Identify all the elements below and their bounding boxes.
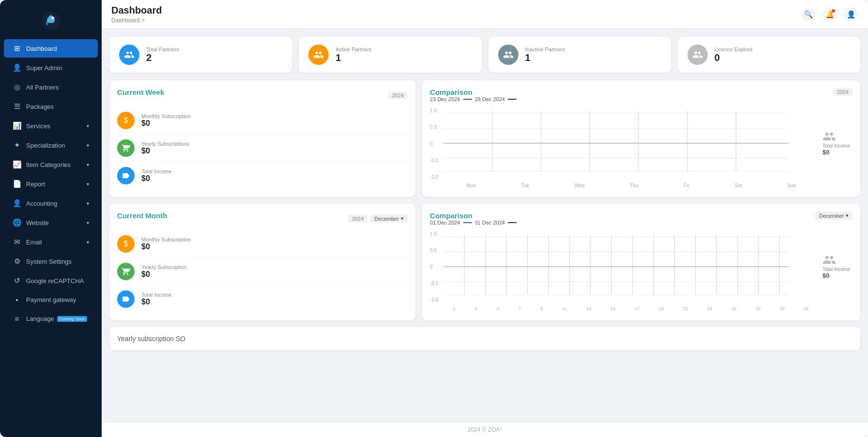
comparison-month-panel: Comparison 01 Dec 2024 31 Dec 2024 Decem… bbox=[422, 204, 860, 320]
sidebar-item-website[interactable]: 🌐 Website ▾ bbox=[4, 213, 98, 232]
stats-row: Total Partners 2 Active Partners 1 Ina bbox=[109, 37, 860, 73]
recaptcha-icon: ↺ bbox=[13, 276, 21, 285]
metric-info: Yearly Subscription $0 bbox=[141, 264, 187, 279]
income-icon bbox=[117, 290, 135, 308]
sidebar-item-payment-gateway[interactable]: ▪ Payment gateway bbox=[4, 291, 98, 309]
total-partners-icon bbox=[119, 45, 139, 65]
sidebar-item-email[interactable]: ✉ Email ▾ bbox=[4, 233, 98, 251]
accounting-icon: 👤 bbox=[13, 199, 21, 208]
sidebar-item-specialization[interactable]: ✦ Specialization ▾ bbox=[4, 136, 98, 154]
x-axis-labels-week: Mon Tue Wed Thu Fri Sat Sun bbox=[443, 183, 819, 188]
current-week-title: Current Week bbox=[117, 88, 164, 96]
x-axis-labels-month: 1 3 5 7 9 11 13 15 17 19 21 23 2 bbox=[443, 306, 819, 311]
chart-month-header: Comparison 01 Dec 2024 31 Dec 2024 Decem… bbox=[430, 211, 853, 226]
chevron-down-icon: ▾ bbox=[87, 181, 89, 187]
comparison-week-panel: Comparison 23 Dec 2024 29 Dec 2024 2024 … bbox=[422, 80, 860, 197]
sidebar-item-label: Website bbox=[26, 219, 49, 226]
total-income-month-value: $0 bbox=[822, 272, 829, 279]
breadcrumb: Dashboard > bbox=[111, 17, 162, 24]
licence-expired-icon bbox=[687, 45, 708, 65]
super-admin-icon: 👤 bbox=[13, 63, 21, 72]
stat-label: Inactive Partners bbox=[525, 46, 565, 52]
sidebar-item-label: Google reCAPTCHA bbox=[26, 277, 84, 285]
sidebar-item-label: Payment gateway bbox=[26, 296, 76, 303]
monthly-monthly-sub: $ Monthly Subscription $0 bbox=[117, 230, 408, 258]
user-icon: 👤 bbox=[847, 10, 856, 19]
sidebar-item-label: All Partners bbox=[26, 84, 59, 91]
chevron-down-icon: ▾ bbox=[87, 123, 89, 129]
metric-value: $0 bbox=[141, 298, 171, 306]
comparison-month-selector[interactable]: December ▾ bbox=[815, 211, 853, 220]
main-content: Dashboard Dashboard > 🔍 🔔 👤 bbox=[102, 0, 868, 437]
sidebar-item-language[interactable]: ≡ Language Coming Soon bbox=[4, 310, 98, 328]
notification-button[interactable]: 🔔 bbox=[822, 7, 837, 22]
search-button[interactable]: 🔍 bbox=[801, 7, 816, 22]
payment-icon: ▪ bbox=[13, 296, 21, 304]
partners-icon: ◎ bbox=[13, 83, 21, 91]
sidebar-item-super-admin[interactable]: 👤 Super Admin bbox=[4, 59, 98, 77]
sidebar-item-label: System Settings bbox=[26, 258, 72, 265]
sidebar-item-item-categories[interactable]: 📈 Item Categories ▾ bbox=[4, 155, 98, 174]
footer: 2024 © ZOA* bbox=[102, 422, 868, 437]
month-row: Current Month 2024 December ▾ $ Monthly … bbox=[109, 204, 860, 320]
month-selector[interactable]: December ▾ bbox=[370, 214, 408, 223]
total-income-side-value: $0 bbox=[822, 149, 829, 156]
stat-value: 2 bbox=[146, 52, 179, 63]
chart-month-svg-container: 1 3 5 7 9 11 13 15 17 19 21 23 2 bbox=[443, 229, 819, 311]
sidebar-item-accounting[interactable]: 👤 Accounting ▾ bbox=[4, 194, 98, 212]
metric-value: $0 bbox=[141, 174, 171, 183]
page-title: Dashboard bbox=[111, 5, 162, 16]
metric-label: Total Income bbox=[141, 292, 171, 298]
cart-icon bbox=[117, 139, 135, 157]
metric-info: Yearly Subscriptions $0 bbox=[141, 141, 189, 155]
dropdown-arrow-icon: ▾ bbox=[401, 215, 404, 222]
month-date-to: 31 Dec 2024 bbox=[475, 220, 505, 226]
sidebar-item-report[interactable]: 📄 Report ▾ bbox=[4, 175, 98, 193]
month-year-badge: 2024 bbox=[348, 215, 367, 223]
sidebar-item-packages[interactable]: ☰ Packages bbox=[4, 97, 98, 116]
metric-info: Monthly Subscription $0 bbox=[141, 113, 191, 128]
bottom-section: Yearly subscription SO bbox=[109, 327, 860, 350]
sidebar-item-label: Email bbox=[26, 239, 42, 246]
sidebar-item-system-settings[interactable]: ⚙ System Settings bbox=[4, 252, 98, 271]
specialization-icon: ✦ bbox=[13, 141, 21, 150]
active-partners-icon bbox=[308, 45, 329, 65]
sidebar-item-label: Accounting bbox=[26, 200, 57, 207]
dashboard-icon: ⊞ bbox=[13, 44, 21, 53]
settings-icon: ⚙ bbox=[13, 257, 21, 266]
user-menu-button[interactable]: 👤 bbox=[844, 7, 858, 22]
topbar: Dashboard Dashboard > 🔍 🔔 👤 bbox=[102, 0, 868, 29]
sidebar-item-services[interactable]: 📊 Services ▾ bbox=[4, 117, 98, 135]
sidebar-item-google-recaptcha[interactable]: ↺ Google reCAPTCHA bbox=[4, 271, 98, 290]
month-date-from: 01 Dec 2024 bbox=[430, 220, 460, 226]
date-to: 29 Dec 2024 bbox=[475, 96, 505, 102]
weekly-monthly-sub: $ Monthly Subscription $0 bbox=[117, 107, 408, 135]
metric-label: Yearly Subscriptions bbox=[141, 141, 189, 147]
footer-text: 2024 © ZOA* bbox=[468, 426, 503, 433]
coming-soon-badge: Coming Soon bbox=[57, 316, 88, 322]
metric-value: $0 bbox=[141, 147, 189, 155]
stat-value: 0 bbox=[715, 52, 752, 63]
stat-info: Total Partners 2 bbox=[146, 46, 179, 63]
comparison-month-title: Comparison bbox=[430, 211, 517, 220]
cart-icon bbox=[117, 263, 135, 280]
income-icon bbox=[117, 167, 135, 184]
sidebar-item-label: Language bbox=[26, 315, 54, 322]
dollar-icon: $ bbox=[117, 235, 135, 253]
sidebar-item-label: Services bbox=[26, 122, 50, 130]
week-date-range: 23 Dec 2024 29 Dec 2024 bbox=[430, 96, 517, 102]
income-month-side-icon bbox=[822, 253, 836, 267]
search-icon: 🔍 bbox=[804, 10, 813, 19]
chart-svg-container: Mon Tue Wed Thu Fri Sat Sun bbox=[443, 106, 819, 188]
metric-value: $0 bbox=[141, 270, 187, 279]
logo-icon bbox=[39, 9, 63, 33]
sidebar-item-all-partners[interactable]: ◎ All Partners bbox=[4, 78, 98, 96]
metric-info: Monthly Subscription $0 bbox=[141, 237, 191, 251]
metric-value: $0 bbox=[141, 119, 191, 128]
y-axis-labels-month: 1.0 0.5 0 -0.5 -1.0 bbox=[430, 229, 443, 311]
language-icon: ≡ bbox=[13, 315, 21, 323]
stat-active-partners: Active Partners 1 bbox=[299, 37, 481, 73]
week-year-badge: 2024 bbox=[388, 91, 408, 99]
report-icon: 📄 bbox=[13, 180, 21, 188]
sidebar-item-dashboard[interactable]: ⊞ Dashboard bbox=[4, 39, 98, 58]
